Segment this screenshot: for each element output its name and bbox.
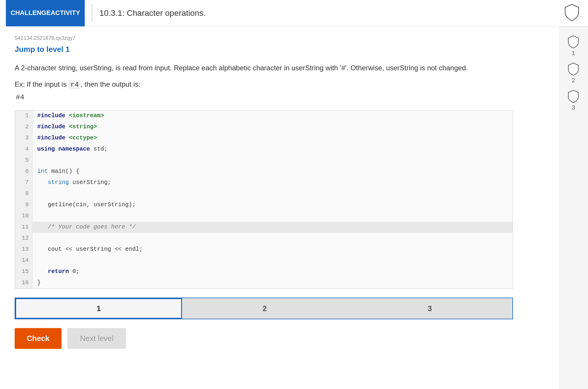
code-editor[interactable]: 1 #include <iostream> 2 #include <string… — [15, 110, 513, 289]
action-buttons: Check Next level — [15, 328, 544, 349]
code-line-14: 14 — [15, 255, 513, 266]
line-content-6: int main() { — [33, 166, 84, 177]
example-intro-text: Ex: If the input is — [15, 80, 69, 88]
code-line-6: 6 int main() { — [15, 166, 513, 177]
badge-line1: CHALLENGE — [11, 9, 51, 17]
level-num-2: 2 — [572, 77, 575, 84]
line-num-15: 15 — [15, 266, 33, 277]
line-num-10: 10 — [15, 211, 33, 222]
header-left: CHALLENGE ACTIVITY 10.3.1: Character ope… — [6, 0, 206, 26]
line-num-7: 7 — [15, 177, 33, 188]
line-num-6: 6 — [15, 166, 33, 177]
header-divider — [92, 4, 92, 22]
code-line-3: 3 #include <cctype> — [15, 133, 513, 144]
check-button[interactable]: Check — [15, 328, 62, 349]
code-line-4: 4 using namespace std; — [15, 144, 513, 155]
line-num-13: 13 — [15, 244, 33, 255]
example-output: #4 — [16, 93, 544, 101]
code-line-2: 2 #include <string> — [15, 122, 513, 133]
line-content-2: #include <string> — [33, 122, 102, 133]
badge-line2: ACTIVITY — [51, 9, 80, 17]
line-content-3: #include <cctype> — [33, 133, 102, 144]
line-num-3: 3 — [15, 133, 33, 144]
line-content-4: using namespace std; — [33, 144, 112, 155]
example-intro: Ex: If the input is r4, then the output … — [15, 80, 544, 89]
line-num-16: 16 — [15, 277, 33, 289]
main-container: 541134.2521878.qx3zqy7 Jump to level 1 A… — [0, 26, 588, 389]
challenge-badge: CHALLENGE ACTIVITY — [6, 0, 85, 26]
line-content-7: string userString; — [33, 177, 116, 188]
line-content-16: } — [33, 277, 45, 289]
header-shield-icon — [565, 4, 579, 23]
level-badge-1[interactable]: 1 — [568, 35, 579, 57]
line-content-8 — [33, 188, 42, 199]
line-num-11: 11 — [15, 222, 33, 233]
line-content-14 — [33, 255, 42, 266]
line-num-5: 5 — [15, 155, 33, 166]
code-line-1: 1 #include <iostream> — [15, 110, 513, 122]
code-line-5: 5 — [15, 155, 513, 166]
example-input: r4 — [69, 80, 81, 89]
tab-1[interactable]: 1 — [15, 298, 182, 319]
code-line-13: 13 cout << userString << endl; — [15, 244, 513, 255]
line-content-12 — [33, 233, 42, 244]
line-content-1: #include <iostream> — [33, 110, 109, 122]
right-sidebar: 1 2 3 — [559, 26, 588, 389]
tab-3[interactable]: 3 — [347, 298, 512, 319]
line-content-11: /* Your code goes here */ — [33, 222, 140, 233]
example-suffix: , then the output is: — [81, 80, 140, 88]
line-num-12: 12 — [15, 233, 33, 244]
line-content-15: return 0; — [33, 266, 84, 277]
line-num-8: 8 — [15, 188, 33, 199]
line-num-2: 2 — [15, 122, 33, 133]
line-content-13: cout << userString << endl; — [33, 244, 147, 255]
line-num-4: 4 — [15, 144, 33, 155]
code-line-16: 16 } — [15, 277, 513, 289]
line-content-9: getline(cin, userString); — [33, 199, 140, 211]
code-line-9: 9 getline(cin, userString); — [15, 199, 513, 211]
tabs-container: 1 2 3 — [15, 298, 513, 319]
code-line-10: 10 — [15, 211, 513, 222]
tab-2[interactable]: 2 — [182, 298, 347, 319]
level-badge-3[interactable]: 3 — [568, 90, 579, 111]
level-num-3: 3 — [572, 104, 575, 111]
level-badge-2[interactable]: 2 — [568, 62, 579, 84]
line-num-9: 9 — [15, 199, 33, 211]
code-line-7: 7 string userString; — [15, 177, 513, 188]
code-line-11: 11 /* Your code goes here */ — [15, 222, 513, 233]
code-line-15: 15 return 0; — [15, 266, 513, 277]
line-num-14: 14 — [15, 255, 33, 266]
content-area: 541134.2521878.qx3zqy7 Jump to level 1 A… — [0, 26, 559, 389]
line-content-5 — [33, 155, 42, 166]
jump-to-level-link[interactable]: Jump to level 1 — [15, 45, 544, 54]
code-line-8: 8 — [15, 188, 513, 199]
line-num-1: 1 — [15, 110, 33, 122]
level-num-1: 1 — [572, 50, 575, 57]
header-title: 10.3.1: Character operations. — [99, 8, 206, 18]
header: CHALLENGE ACTIVITY 10.3.1: Character ope… — [0, 0, 588, 26]
next-level-button[interactable]: Next level — [67, 328, 126, 349]
activity-id: 541134.2521878.qx3zqy7 — [15, 35, 544, 41]
description: A 2-character string, userString, is rea… — [15, 63, 513, 73]
code-line-12: 12 — [15, 233, 513, 244]
line-content-10 — [33, 211, 42, 222]
